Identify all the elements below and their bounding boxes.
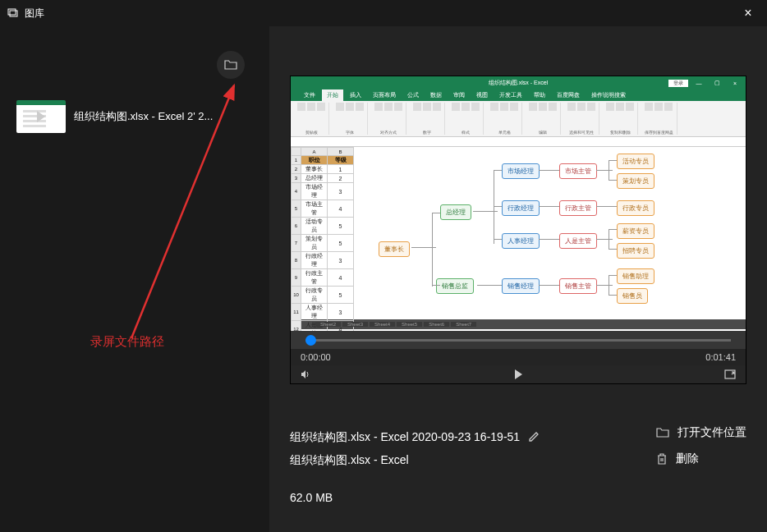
excel-tab: 百度网盘 [552, 89, 585, 101]
open-location-button[interactable]: 打开文件位置 [656, 425, 746, 440]
excel-org-chart: 董事长总经理销售总监市场经理市场主管活动专员策划专员行政经理行政主管行政专员人事… [354, 147, 746, 319]
trash-icon [656, 452, 668, 466]
svg-rect-0 [8, 9, 16, 15]
play-overlay-icon [37, 111, 45, 122]
annotation-label: 录屏文件路径 [90, 334, 164, 350]
excel-min-icon: — [691, 80, 706, 86]
excel-ribbon: 剪贴板字体对齐方式数字样式单元格编辑选择和可见性复制和删除保存到百度网盘 [291, 101, 746, 137]
excel-tab: 文件 [299, 89, 320, 101]
excel-max-icon: ▢ [710, 80, 724, 86]
excel-ribbon-group: 保存到百度网盘 [641, 103, 677, 135]
excel-sheet-tab: Sheet5 [397, 322, 422, 327]
recording-filename: 组织结构图.xlsx - Excel 2020-09-23 16-19-51 [290, 425, 520, 448]
org-node: 销售助理 [617, 268, 654, 284]
sidebar: 组织结构图.xlsx - Excel 2' 2... 录屏文件路径 [0, 26, 269, 532]
gallery-icon [7, 7, 20, 20]
org-node: 董事长 [379, 241, 410, 257]
excel-ribbon-group: 复制和删除 [603, 103, 638, 135]
org-node: 销售主管 [559, 278, 597, 294]
excel-tab: 插入 [345, 89, 366, 101]
recording-thumbnail[interactable]: 组织结构图.xlsx - Excel 2' 2... [16, 100, 253, 133]
org-node: 薪资专员 [617, 223, 654, 239]
excel-close-icon: × [728, 80, 742, 86]
excel-tab: 页面布局 [368, 89, 401, 101]
org-node: 行政经理 [502, 200, 540, 216]
total-time: 0:01:41 [705, 352, 736, 362]
excel-ribbon-group: 字体 [333, 103, 368, 135]
close-button[interactable]: × [736, 6, 760, 21]
excel-ribbon-group: 编辑 [526, 103, 561, 135]
svg-rect-1 [10, 11, 17, 16]
org-node: 人事经理 [502, 233, 540, 249]
excel-tab: 开发工具 [494, 89, 527, 101]
org-node: 策划专员 [617, 173, 654, 189]
excel-sheet-tab: Sheet3 [342, 322, 368, 327]
excel-title: 组织结构图.xlsx - Excel [489, 79, 548, 87]
excel-tab: 视图 [471, 89, 493, 101]
org-node: 招聘专员 [617, 243, 654, 259]
excel-screenshot: 组织结构图.xlsx - Excel 登录 — ▢ × 文件开始插入页面布局公式… [291, 76, 746, 331]
window-title: 图库 [25, 7, 44, 21]
org-node: 行政专员 [617, 200, 654, 216]
fullscreen-icon[interactable] [724, 369, 736, 379]
open-folder-button[interactable] [217, 51, 245, 79]
play-button[interactable] [512, 369, 524, 380]
video-preview: 组织结构图.xlsx - Excel 登录 — ▢ × 文件开始插入页面布局公式… [290, 76, 746, 384]
content-panel: 组织结构图.xlsx - Excel 登录 — ▢ × 文件开始插入页面布局公式… [269, 26, 767, 532]
file-size: 62.0 MB [290, 486, 540, 509]
volume-icon[interactable] [301, 369, 312, 379]
excel-tab: 操作说明搜索 [586, 89, 631, 101]
excel-formula-bar [291, 137, 746, 147]
current-time: 0:00:00 [301, 352, 331, 362]
edit-name-button[interactable] [528, 431, 540, 443]
excel-login: 登录 [668, 80, 688, 87]
excel-tab: 开始 [322, 89, 343, 101]
thumbnail-image [16, 100, 66, 133]
excel-ribbon-group: 选择和可见性 [564, 103, 599, 135]
org-node: 销售经理 [502, 278, 540, 294]
excel-tab: 公式 [402, 89, 424, 101]
excel-ribbon-group: 样式 [448, 103, 484, 135]
org-node: 销售员 [617, 288, 648, 304]
org-node: 销售总监 [436, 278, 474, 294]
org-node: 行政主管 [559, 200, 597, 216]
excel-ribbon-group: 对齐方式 [371, 103, 406, 135]
details-panel: 组织结构图.xlsx - Excel 2020-09-23 16-19-51 组… [269, 384, 767, 525]
excel-ribbon-tabs: 文件开始插入页面布局公式数据审阅视图开发工具帮助百度网盘操作说明搜索 [291, 89, 746, 101]
org-node: 市场经理 [502, 163, 540, 179]
titlebar: 图库 × [0, 0, 767, 26]
recording-subtitle: 组织结构图.xlsx - Excel [290, 448, 540, 471]
delete-button[interactable]: 删除 [656, 452, 746, 466]
excel-ribbon-group: 单元格 [487, 103, 522, 135]
excel-tab: 帮助 [529, 89, 550, 101]
org-node: 人是主管 [559, 233, 597, 249]
video-progress-bar[interactable] [291, 331, 746, 349]
excel-sheet-tab: Sheet4 [370, 322, 395, 327]
org-node: 总经理 [440, 204, 471, 220]
excel-tab: 审阅 [448, 89, 470, 101]
progress-thumb[interactable] [305, 335, 316, 346]
thumbnail-label: 组织结构图.xlsx - Excel 2' 2... [74, 109, 213, 124]
excel-sheet-tab: Sheet2 [315, 322, 341, 327]
excel-table: AB1职位等级2董事长13总经理24市场经理35市场主管46活动专员57策划专员… [291, 147, 354, 331]
excel-sheet-tabs: Sheet2Sheet3Sheet4Sheet5Sheet6Sheet7 [291, 319, 746, 329]
excel-ribbon-group: 剪贴板 [294, 103, 329, 135]
org-node: 市场主管 [559, 163, 597, 179]
org-node: 活动专员 [617, 154, 654, 169]
excel-sheet-tab: Sheet7 [451, 322, 476, 327]
excel-tab: 数据 [425, 89, 447, 101]
folder-icon [656, 427, 669, 438]
excel-ribbon-group: 数字 [410, 103, 445, 135]
excel-sheet-tab: Sheet6 [424, 322, 449, 327]
